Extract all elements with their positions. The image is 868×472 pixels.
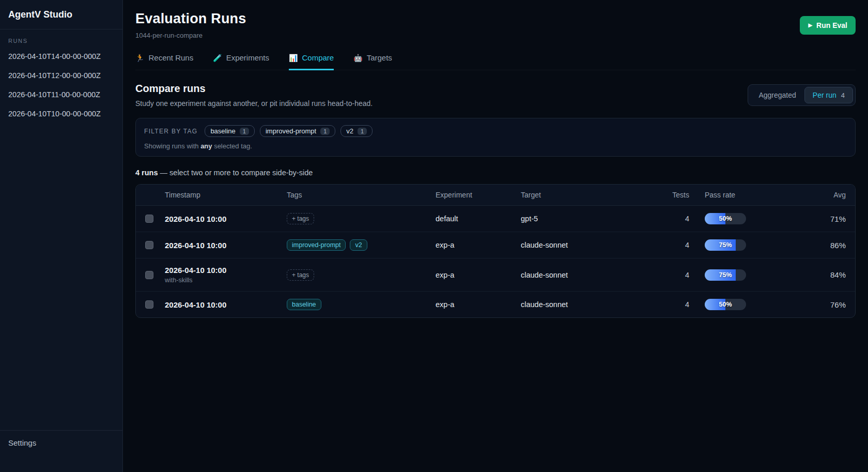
avg-cell: 76%	[763, 292, 855, 318]
tags-cell: improved-promptv2	[282, 232, 430, 258]
tests-cell: 4	[645, 232, 694, 258]
runs-summary-rest: — select two or more to compare side-by-…	[158, 169, 313, 177]
runs-summary: 4 runs — select two or more to compare s…	[135, 169, 856, 177]
pass-rate-cell: 75%	[694, 258, 763, 292]
header-tags: Tags	[282, 185, 430, 206]
pass-rate-label: 50%	[705, 299, 746, 310]
compare-runs-description: Study one experiment against another, or…	[135, 99, 373, 108]
checkbox-cell	[136, 232, 160, 258]
pass-rate-label: 50%	[705, 213, 746, 224]
pass-rate-cell: 50%	[694, 206, 763, 232]
compare-section-header: Compare runs Study one experiment agains…	[135, 83, 856, 108]
header-pass-rate: Pass rate	[694, 185, 763, 206]
toggle-option-per-run[interactable]: Per run 4	[804, 87, 853, 103]
filter-tag-chip-baseline[interactable]: baseline 1	[205, 125, 255, 137]
tests-cell: 4	[645, 258, 694, 292]
pass-rate-cell: 50%	[694, 292, 763, 318]
sidebar-footer: Settings	[0, 430, 122, 472]
pass-rate-bar: 75%	[705, 269, 746, 281]
note-bold: any	[200, 142, 212, 150]
compare-icon: 📊	[289, 54, 298, 62]
runs-table: Timestamp Tags Experiment Target Tests P…	[136, 185, 855, 317]
targets-icon: 🤖	[353, 54, 362, 62]
tab-compare[interactable]: 📊 Compare	[289, 53, 334, 70]
tab-label: Recent Runs	[148, 53, 193, 62]
sidebar-item-run[interactable]: 2026-04-10T11-00-00-000Z	[8, 90, 114, 99]
view-toggle: Aggregated Per run 4	[748, 84, 856, 106]
checkbox-cell	[136, 206, 160, 232]
filter-tag-chip-v2[interactable]: v2 1	[340, 125, 373, 137]
run-eval-button[interactable]: ▶ Run Eval	[800, 16, 856, 35]
main-content: Evaluation Runs 1044-per-run-compare ▶ R…	[123, 0, 868, 472]
add-tags-button[interactable]: + tags	[287, 269, 314, 281]
table-row[interactable]: 2026-04-10 10:00+ tagsdefaultgpt-5450%71…	[136, 206, 855, 232]
row-checkbox[interactable]	[145, 300, 153, 309]
runs-table-body: 2026-04-10 10:00+ tagsdefaultgpt-5450%71…	[136, 206, 855, 318]
experiment-cell: default	[430, 206, 516, 232]
table-row[interactable]: 2026-04-10 10:00baselineexp-aclaude-sonn…	[136, 292, 855, 318]
target-cell: gpt-5	[516, 206, 645, 232]
play-icon: ▶	[808, 23, 812, 28]
settings-link[interactable]: Settings	[8, 438, 114, 447]
sidebar-runs-nav: RUNS 2026-04-10T14-00-00-000Z 2026-04-10…	[0, 29, 122, 129]
note-suffix: selected tag.	[212, 142, 252, 150]
tag-count-badge: 1	[240, 128, 249, 135]
sidebar-item-run[interactable]: 2026-04-10T12-00-00-000Z	[8, 71, 114, 80]
filter-note: Showing runs with any selected tag.	[144, 142, 847, 150]
page-header: Evaluation Runs 1044-per-run-compare ▶ R…	[135, 11, 856, 39]
toggle-label: Per run	[813, 91, 836, 99]
avg-cell: 71%	[763, 206, 855, 232]
tab-bar: 🏃 Recent Runs 🧪 Experiments 📊 Compare 🤖 …	[135, 53, 856, 70]
tab-targets[interactable]: 🤖 Targets	[353, 53, 392, 70]
avg-cell: 86%	[763, 232, 855, 258]
target-cell: claude-sonnet	[516, 292, 645, 318]
sidebar-item-run[interactable]: 2026-04-10T14-00-00-000Z	[8, 52, 114, 60]
tags-cell: baseline	[282, 292, 430, 318]
table-row[interactable]: 2026-04-10 10:00with-skills+ tagsexp-acl…	[136, 258, 855, 292]
tab-label: Compare	[302, 53, 334, 62]
timestamp-cell: 2026-04-10 10:00	[160, 232, 282, 258]
pass-rate-label: 75%	[705, 269, 746, 281]
app-window: AgentV Studio RUNS 2026-04-10T14-00-00-0…	[0, 0, 868, 472]
run-sublabel: with-skills	[165, 277, 276, 284]
experiment-cell: exp-a	[430, 292, 516, 318]
pass-rate-bar: 75%	[705, 239, 746, 251]
table-row[interactable]: 2026-04-10 10:00improved-promptv2exp-acl…	[136, 232, 855, 258]
pass-rate-bar: 50%	[705, 213, 746, 224]
page-subtitle: 1044-per-run-compare	[135, 32, 246, 39]
sidebar-item-run[interactable]: 2026-04-10T10-00-00-000Z	[8, 110, 114, 118]
runs-count: 4 runs	[135, 169, 158, 177]
tag-pill: v2	[350, 239, 367, 251]
tag-count-badge: 1	[358, 128, 367, 135]
timestamp-cell: 2026-04-10 10:00	[160, 206, 282, 232]
toggle-option-aggregated[interactable]: Aggregated	[750, 87, 804, 103]
tab-experiments[interactable]: 🧪 Experiments	[213, 53, 269, 70]
filter-by-tag-label: FILTER BY TAG	[144, 128, 197, 135]
header-timestamp: Timestamp	[160, 185, 282, 206]
row-checkbox[interactable]	[145, 271, 153, 279]
add-tags-button[interactable]: + tags	[287, 213, 314, 224]
row-checkbox[interactable]	[145, 241, 153, 249]
tag-name: v2	[346, 127, 353, 135]
target-cell: claude-sonnet	[516, 232, 645, 258]
tab-label: Targets	[367, 53, 392, 62]
tab-recent-runs[interactable]: 🏃 Recent Runs	[135, 53, 193, 70]
tests-cell: 4	[645, 206, 694, 232]
runs-table-card: Timestamp Tags Experiment Target Tests P…	[135, 184, 856, 318]
per-run-count-badge: 4	[841, 92, 845, 99]
runs-section-label: RUNS	[8, 38, 114, 44]
target-cell: claude-sonnet	[516, 258, 645, 292]
page-title: Evaluation Runs	[135, 11, 246, 27]
tag-pill: improved-prompt	[287, 239, 346, 251]
avg-cell: 84%	[763, 258, 855, 292]
app-title: AgentV Studio	[0, 0, 122, 29]
run-timestamp: 2026-04-10 10:00	[165, 266, 276, 275]
run-timestamp: 2026-04-10 10:00	[165, 300, 276, 309]
pass-rate-label: 75%	[705, 239, 746, 251]
header-target: Target	[516, 185, 645, 206]
note-prefix: Showing runs with	[144, 142, 200, 150]
filter-tag-chip-improved-prompt[interactable]: improved-prompt 1	[260, 125, 335, 137]
pass-rate-bar: 50%	[705, 299, 746, 310]
pass-rate-cell: 75%	[694, 232, 763, 258]
row-checkbox[interactable]	[145, 215, 153, 223]
